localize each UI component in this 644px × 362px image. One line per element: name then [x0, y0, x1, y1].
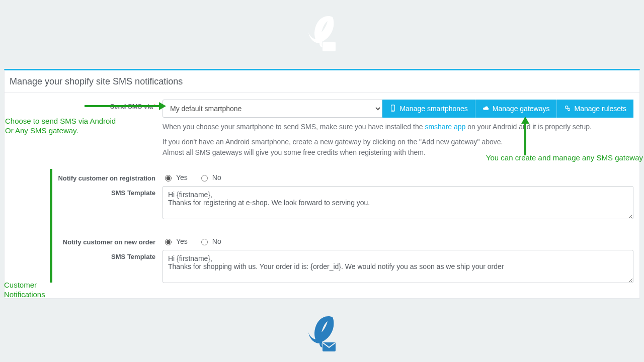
label-notify-registration: Notify customer on registration — [11, 171, 163, 182]
helper-text-1: When you choose your smartphone to send … — [163, 122, 633, 132]
notify-new-order-yes[interactable]: Yes — [163, 237, 188, 245]
manage-gateways-button[interactable]: Manage gateways — [475, 100, 557, 118]
svg-point-5 — [568, 108, 570, 110]
hero-band — [0, 0, 644, 63]
logo-bottom — [307, 314, 337, 355]
smshare-app-link[interactable]: smshare app — [425, 123, 465, 131]
row-notify-new-order: Notify customer on new order Yes No — [11, 235, 633, 246]
row-new-order-template: SMS Template — [11, 250, 633, 285]
label-registration-template: SMS Template — [11, 186, 163, 197]
panel-title: Manage your shopify site SMS notificatio… — [5, 70, 639, 93]
button-group: Manage smartphones Manage gateways — [382, 100, 633, 118]
settings-panel: Manage your shopify site SMS notificatio… — [4, 69, 640, 299]
registration-template-textarea[interactable] — [163, 186, 633, 219]
label-send-sms-via: Send SMS via* — [11, 100, 163, 110]
notify-registration-yes[interactable]: Yes — [163, 173, 188, 182]
notify-registration-no[interactable]: No — [199, 173, 221, 182]
notify-new-order-no[interactable]: No — [199, 237, 221, 245]
annotation-bracket — [50, 169, 52, 283]
label-notify-new-order: Notify customer on new order — [11, 235, 163, 246]
helper-text-2: If you don't have an Android smartphone,… — [163, 137, 633, 157]
row-send-sms-via: Send SMS via* My default smartphone Mana… — [11, 100, 633, 157]
svg-point-4 — [566, 106, 568, 108]
logo-top — [307, 14, 337, 55]
mobile-icon — [389, 105, 396, 113]
gears-icon — [564, 105, 571, 113]
manage-rulesets-button[interactable]: Manage rulesets — [556, 100, 633, 118]
svg-point-3 — [393, 110, 394, 111]
panel-body: Send SMS via* My default smartphone Mana… — [5, 93, 639, 298]
send-sms-via-select[interactable]: My default smartphone — [163, 100, 382, 118]
manage-smartphones-button[interactable]: Manage smartphones — [382, 100, 474, 118]
new-order-template-textarea[interactable] — [163, 250, 633, 283]
row-notify-registration: Notify customer on registration Yes No — [11, 171, 633, 182]
label-new-order-template: SMS Template — [11, 250, 163, 260]
cloud-icon — [482, 105, 490, 113]
row-registration-template: SMS Template — [11, 186, 633, 221]
